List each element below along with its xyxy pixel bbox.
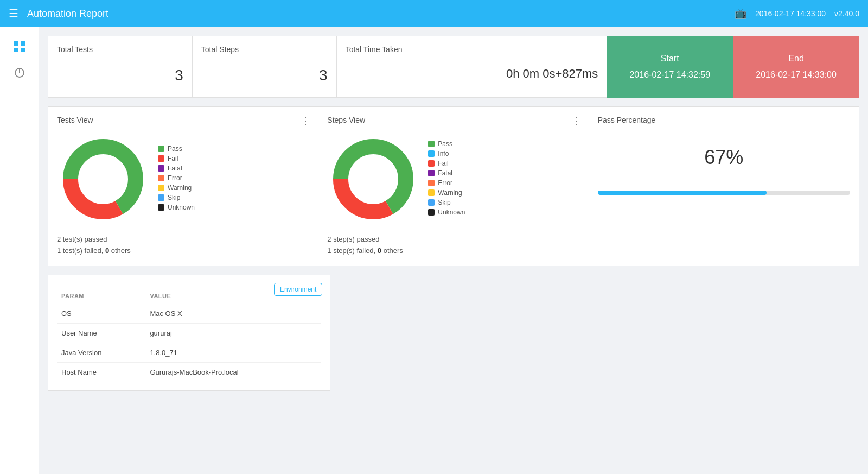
total-time-value: 0h 0m 0s+827ms	[346, 58, 598, 85]
total-steps-label: Total Steps	[201, 45, 328, 54]
legend-color	[428, 150, 435, 157]
steps-legend: PassInfoFailFatalErrorWarningSkipUnknown	[428, 140, 465, 218]
steps-view-title: Steps View	[327, 116, 579, 124]
tests-donut	[57, 133, 149, 225]
table-row: Java Version1.8.0_71	[57, 343, 321, 362]
env-col-param: PARAM	[57, 288, 145, 304]
env-value: Gururajs-MacBook-Pro.local	[145, 362, 321, 382]
total-tests-label: Total Tests	[57, 45, 183, 54]
legend-label: Fatal	[168, 165, 182, 172]
legend-color	[158, 185, 164, 191]
legend-item: Fatal	[428, 169, 465, 177]
legend-item: Warning	[428, 189, 465, 197]
progress-bar-fill	[598, 191, 767, 195]
pass-percentage-value: 67%	[598, 146, 850, 169]
legend-label: Fail	[168, 155, 178, 162]
hamburger-icon[interactable]: ☰	[9, 7, 18, 20]
steps-view-menu[interactable]: ⋮	[571, 115, 581, 127]
steps-view-card: Steps View ⋮ PassInfoFailFatalErrorWarni…	[318, 106, 588, 266]
steps-donut	[327, 133, 419, 225]
sidebar	[0, 27, 39, 474]
legend-color	[428, 189, 435, 196]
tests-view-content: PassFailFatalErrorWarningSkipUnknown	[57, 133, 309, 225]
monitor-icon: 📺	[735, 8, 746, 20]
main-content: Total Tests 3 Total Steps 3 Total Time T…	[39, 27, 868, 474]
datetime-card: Start 2016-02-17 14:32:59 End 2016-02-17…	[607, 36, 859, 98]
legend-color	[158, 175, 164, 181]
topbar-datetime: 2016-02-17 14:33:00	[755, 9, 826, 18]
total-time-label: Total Time Taken	[346, 45, 598, 54]
legend-color	[428, 209, 435, 216]
right-spacer	[330, 275, 859, 391]
total-time-card: Total Time Taken 0h 0m 0s+827ms	[336, 36, 607, 98]
pass-percentage-title: Pass Percentage	[598, 116, 850, 124]
table-row: User Namegururaj	[57, 323, 321, 343]
end-label: End	[788, 54, 803, 64]
legend-item: Fail	[158, 155, 195, 162]
app-title: Automation Report	[27, 8, 735, 20]
topbar-version: v2.40.0	[834, 9, 859, 18]
legend-item: Skip	[428, 199, 465, 206]
env-value: gururaj	[145, 323, 321, 343]
legend-item: Unknown	[428, 208, 465, 216]
total-steps-card: Total Steps 3	[192, 36, 336, 98]
legend-color	[428, 141, 435, 147]
steps-footer-line1: 2 step(s) passed	[327, 234, 579, 245]
total-tests-card: Total Tests 3	[48, 36, 192, 98]
tests-view-menu[interactable]: ⋮	[301, 115, 310, 127]
tests-footer: 2 test(s) passed 1 test(s) failed, 0 oth…	[57, 234, 309, 257]
progress-bar-container	[598, 191, 850, 195]
total-tests-value: 3	[57, 58, 183, 89]
bottom-row: Environment PARAM VALUE OSMac OS XUser N…	[48, 275, 859, 391]
legend-color	[158, 204, 164, 211]
charts-row: Tests View ⋮ PassFailFatalErrorWarningSk…	[48, 106, 859, 266]
legend-label: Error	[438, 179, 452, 187]
legend-item: Fail	[428, 160, 465, 167]
legend-item: Error	[428, 179, 465, 187]
sidebar-power[interactable]	[9, 62, 30, 84]
legend-item: Skip	[158, 194, 195, 201]
svg-rect-3	[21, 48, 25, 52]
environment-table: PARAM VALUE OSMac OS XUser NamegururajJa…	[57, 288, 321, 382]
legend-label: Pass	[438, 140, 452, 148]
legend-item: Warning	[158, 184, 195, 192]
topbar: ☰ Automation Report 📺 2016-02-17 14:33:0…	[0, 0, 868, 27]
legend-color	[158, 165, 164, 172]
legend-color	[428, 170, 435, 176]
legend-item: Info	[428, 150, 465, 157]
legend-label: Unknown	[438, 208, 465, 216]
tests-footer-line2: 1 test(s) failed, 0 others	[57, 245, 309, 257]
env-tbody: OSMac OS XUser NamegururajJava Version1.…	[57, 304, 321, 382]
legend-item: Pass	[158, 145, 195, 153]
legend-item: Fatal	[158, 165, 195, 172]
environment-card: Environment PARAM VALUE OSMac OS XUser N…	[48, 275, 330, 391]
env-param: Host Name	[57, 362, 145, 382]
legend-color	[158, 155, 164, 162]
end-datetime: End 2016-02-17 14:33:00	[733, 36, 859, 98]
legend-color	[428, 199, 435, 206]
tests-view-title: Tests View	[57, 116, 309, 124]
total-steps-value: 3	[201, 58, 328, 89]
legend-item: Error	[158, 174, 195, 182]
tests-footer-line1: 2 test(s) passed	[57, 234, 309, 245]
legend-label: Unknown	[168, 204, 195, 211]
start-label: Start	[661, 54, 679, 64]
start-datetime: Start 2016-02-17 14:32:59	[607, 36, 733, 98]
legend-label: Warning	[438, 189, 462, 197]
svg-point-8	[79, 155, 127, 203]
summary-row: Total Tests 3 Total Steps 3 Total Time T…	[48, 36, 859, 98]
legend-label: Warning	[168, 184, 192, 192]
legend-label: Pass	[168, 145, 182, 153]
legend-label: Fatal	[438, 169, 452, 177]
sidebar-dashboard[interactable]	[9, 36, 30, 58]
legend-item: Unknown	[158, 204, 195, 211]
legend-label: Fail	[438, 160, 448, 167]
legend-label: Skip	[168, 194, 180, 201]
table-row: Host NameGururajs-MacBook-Pro.local	[57, 362, 321, 382]
steps-footer: 2 step(s) passed 1 step(s) failed, 0 oth…	[327, 234, 579, 257]
legend-label: Info	[438, 150, 449, 157]
svg-rect-1	[21, 41, 25, 46]
start-value: 2016-02-17 14:32:59	[629, 70, 710, 80]
table-row: OSMac OS X	[57, 304, 321, 323]
svg-rect-0	[14, 41, 18, 46]
